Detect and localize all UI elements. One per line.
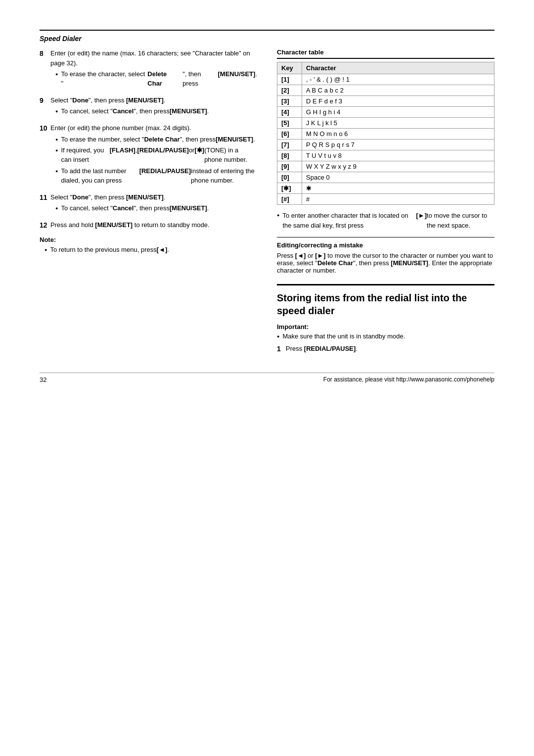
editing-section: Editing/correcting a mistake Press [◄] o… <box>277 237 494 274</box>
table-row: [3]D E F d e f 3 <box>277 96 494 107</box>
important-list: Make sure that the unit is in standby mo… <box>277 332 494 340</box>
footer-page-number: 32 <box>40 376 46 383</box>
storing-step-1-number: 1 <box>277 345 286 353</box>
char-cell: ✱ <box>302 183 494 194</box>
storing-section: Storing items from the redial list into … <box>277 284 494 353</box>
note-label: Note: <box>40 236 257 243</box>
footer: 32 For assistance, please visit http://w… <box>40 373 494 383</box>
left-column: 8 Enter (or edit) the name (max. 16 char… <box>40 48 257 353</box>
table-row: [5]J K L j k l 5 <box>277 118 494 129</box>
table-row: [0]Space 0 <box>277 172 494 183</box>
editing-title: Editing/correcting a mistake <box>277 241 494 249</box>
step-11-bullet-1: To cancel, select "Cancel", then press [… <box>55 204 257 213</box>
table-row: [#]# <box>277 194 494 205</box>
important-bullet-1: Make sure that the unit is in standby mo… <box>277 332 494 340</box>
editing-text: Press [◄] or [►] to move the cursor to t… <box>277 252 494 274</box>
step-11: 11 Select "Done", then press [MENU/SET].… <box>40 192 257 215</box>
step-12-text: Press and hold [MENU/SET] to return to s… <box>50 220 257 230</box>
key-cell: [4] <box>277 107 302 118</box>
table-row: [7]P Q R S p q r s 7 <box>277 140 494 150</box>
note-section: Note: To return to the previous menu, pr… <box>40 236 257 255</box>
key-cell: [#] <box>277 194 302 205</box>
step-11-text: Select "Done", then press [MENU/SET]. <box>50 192 257 202</box>
key-cell: [1] <box>277 74 302 85</box>
char-table-header-row: Key Character <box>277 62 494 74</box>
char-cell: G H I g h i 4 <box>302 107 494 118</box>
step-11-content: Select "Done", then press [MENU/SET]. To… <box>50 192 257 215</box>
step-12-content: Press and hold [MENU/SET] to return to s… <box>50 220 257 231</box>
step-12-number: 12 <box>40 220 50 231</box>
step-9-text: Select "Done", then press [MENU/SET]. <box>50 95 257 105</box>
step-12: 12 Press and hold [MENU/SET] to return t… <box>40 220 257 231</box>
col-header-key: Key <box>277 62 302 74</box>
char-table-body: [1], - ' & . ( ) @ ! 1 [2]A B C a b c 2 … <box>277 74 494 205</box>
two-col-layout: 8 Enter (or edit) the name (max. 16 char… <box>40 48 494 353</box>
key-cell: [8] <box>277 150 302 161</box>
char-cell: Space 0 <box>302 172 494 183</box>
char-note-bullet: To enter another character that is locat… <box>277 211 494 230</box>
key-cell: [6] <box>277 129 302 140</box>
note-bullets: To return to the previous menu, press [◄… <box>44 245 257 255</box>
char-cell: T U V t u v 8 <box>302 150 494 161</box>
char-note: To enter another character that is locat… <box>277 211 494 230</box>
step-10-text: Enter (or edit) the phone number (max. 2… <box>50 123 257 133</box>
step-11-number: 11 <box>40 192 50 215</box>
step-9-content: Select "Done", then press [MENU/SET]. To… <box>50 95 257 118</box>
char-cell: P Q R S p q r s 7 <box>302 140 494 150</box>
right-column: Character table Key Character [1], - ' &… <box>277 48 494 353</box>
step-8-content: Enter (or edit) the name (max. 16 charac… <box>50 48 257 91</box>
table-row: [✱]✱ <box>277 183 494 194</box>
step-10-number: 10 <box>40 123 50 188</box>
note-bullet-1: To return to the previous menu, press [◄… <box>44 245 257 255</box>
char-cell: M N O m n o 6 <box>302 129 494 140</box>
step-10-bullet-1: To erase the number, select "Delete Char… <box>55 135 257 144</box>
character-table: Key Character [1], - ' & . ( ) @ ! 1 [2]… <box>277 62 494 205</box>
storing-step-1: 1 Press [REDIAL/PAUSE]. <box>277 345 494 353</box>
top-rule <box>40 30 494 31</box>
page-container: Speed Dialer 8 Enter (or edit) the name … <box>40 30 494 383</box>
step-10-bullet-3: To add the last number dialed, you can p… <box>55 167 257 186</box>
key-cell: [3] <box>277 96 302 107</box>
key-cell: [2] <box>277 85 302 96</box>
footer-url: For assistance, please visit http://www.… <box>323 376 494 383</box>
table-row: [6]M N O m n o 6 <box>277 129 494 140</box>
step-8-bullet-1: To erase the character, select "Delete C… <box>55 70 257 89</box>
section-title: Speed Dialer <box>40 35 494 43</box>
char-cell: , - ' & . ( ) @ ! 1 <box>302 74 494 85</box>
char-cell: D E F d e f 3 <box>302 96 494 107</box>
step-8-bullets: To erase the character, select "Delete C… <box>55 70 257 89</box>
step-8-number: 8 <box>40 48 50 91</box>
step-9-bullet-1: To cancel, select "Cancel", then press [… <box>55 107 257 116</box>
important-label: Important: <box>277 323 494 331</box>
key-cell: [0] <box>277 172 302 183</box>
key-cell: [9] <box>277 161 302 172</box>
step-11-bullets: To cancel, select "Cancel", then press [… <box>55 204 257 213</box>
step-8: 8 Enter (or edit) the name (max. 16 char… <box>40 48 257 91</box>
table-row: [4]G H I g h i 4 <box>277 107 494 118</box>
step-10-bullet-2: If required, you can insert [FLASH], [RE… <box>55 146 257 165</box>
step-9-bullets: To cancel, select "Cancel", then press [… <box>55 107 257 116</box>
step-10-bullets: To erase the number, select "Delete Char… <box>55 135 257 186</box>
step-9: 9 Select "Done", then press [MENU/SET]. … <box>40 95 257 118</box>
char-table-title: Character table <box>277 48 494 59</box>
storing-title: Storing items from the redial list into … <box>277 291 494 317</box>
col-header-character: Character <box>302 62 494 74</box>
key-cell: [5] <box>277 118 302 129</box>
table-row: [8]T U V t u v 8 <box>277 150 494 161</box>
table-row: [1], - ' & . ( ) @ ! 1 <box>277 74 494 85</box>
step-8-text: Enter (or edit) the name (max. 16 charac… <box>50 48 257 68</box>
char-cell: J K L j k l 5 <box>302 118 494 129</box>
storing-step-1-text: Press [REDIAL/PAUSE]. <box>286 345 357 353</box>
key-cell: [7] <box>277 140 302 150</box>
step-9-number: 9 <box>40 95 50 118</box>
char-cell: # <box>302 194 494 205</box>
step-10-content: Enter (or edit) the phone number (max. 2… <box>50 123 257 188</box>
char-cell: W X Y Z w x y z 9 <box>302 161 494 172</box>
key-cell: [✱] <box>277 183 302 194</box>
table-row: [2]A B C a b c 2 <box>277 85 494 96</box>
table-row: [9]W X Y Z w x y z 9 <box>277 161 494 172</box>
char-cell: A B C a b c 2 <box>302 85 494 96</box>
step-10: 10 Enter (or edit) the phone number (max… <box>40 123 257 188</box>
